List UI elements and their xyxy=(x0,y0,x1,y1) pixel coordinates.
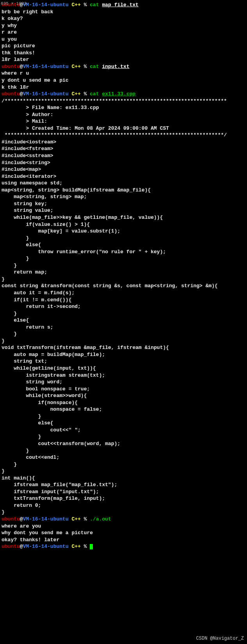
output-line: istringstream stream(txt); xyxy=(2,372,245,379)
output-line: map[key] = value.substr(1); xyxy=(2,228,245,235)
output-line: const string &transform(const string &s,… xyxy=(2,283,245,290)
output-line: } xyxy=(2,310,245,317)
output-line: nonspace = false; xyxy=(2,406,245,413)
watermark: CSDN @Navigator_Z xyxy=(196,635,244,642)
cursor xyxy=(90,544,93,549)
command-arg: input.txt xyxy=(102,64,130,70)
output-line: bool nonspace = true; xyxy=(2,386,245,393)
prompt-line[interactable]: ubuntu@VM-16-14-ubuntu C++ % cat map_fil… xyxy=(2,2,245,9)
prompt-path: C++ xyxy=(71,64,80,70)
output-line: > Author: xyxy=(2,111,245,118)
output-line: thk thanks! xyxy=(2,50,245,57)
output-line: map<string, string> map; xyxy=(2,193,245,200)
prompt-host: VM-16-14-ubuntu xyxy=(23,516,69,522)
prompt-at: @ xyxy=(20,544,23,549)
output-line: txtTransform(map_file, input); xyxy=(2,495,245,502)
prompt-line[interactable]: ubuntu@VM-16-14-ubuntu C++ % xyxy=(2,543,245,550)
output-line: if(it != m.cend()){ xyxy=(2,297,245,304)
prompt-user: ubuntu xyxy=(2,544,20,549)
output-line: int main(){ xyxy=(2,475,245,482)
output-line: } xyxy=(2,338,245,345)
output-line: > Created Time: Mon 08 Apr 2024 09:00:00… xyxy=(2,125,245,132)
command: cat xyxy=(90,2,99,8)
prompt-host: VM-16-14-ubuntu xyxy=(23,64,69,70)
prompt-host: VM-16-14-ubuntu xyxy=(23,544,69,549)
prompt-user: ubuntu xyxy=(2,64,20,70)
output-line: auto map = buildMap(map_file); xyxy=(2,351,245,358)
output-line: else{ xyxy=(2,420,245,427)
prompt-line[interactable]: ubuntu@VM-16-14-ubuntu C++ % cat ex11.33… xyxy=(2,91,245,98)
output-line: } xyxy=(2,468,245,475)
output-line: map<string, string> buildMap(ifstream &m… xyxy=(2,187,245,194)
command: ./a.out xyxy=(90,516,111,522)
output-line: } xyxy=(2,262,245,269)
output-line: #include<iterator> xyxy=(2,173,245,180)
output-line: auto it = m.find(s); xyxy=(2,290,245,297)
output-line: k thk l8r xyxy=(2,84,245,91)
prompt-at: @ xyxy=(20,64,23,70)
output-line: ****************************************… xyxy=(2,132,245,139)
output-line: return 0; xyxy=(2,502,245,509)
output-line: } xyxy=(2,331,245,338)
output-line: brb be right back xyxy=(2,9,245,16)
output-line: } xyxy=(2,461,245,468)
output-line: if(value.size() > 1){ xyxy=(2,221,245,228)
prompt-user: ubuntu xyxy=(2,516,20,522)
output-line: #include<string> xyxy=(2,159,245,166)
output-line: string word; xyxy=(2,379,245,386)
output-line: pic picture xyxy=(2,43,245,50)
output-line: > Mail: xyxy=(2,118,245,125)
image-dimensions-label: 635 × 1023 xyxy=(1,1,27,7)
output-line: ifstream input("input.txt"); xyxy=(2,488,245,496)
output-line: cout<<transform(word, map); xyxy=(2,440,245,447)
prompt-line[interactable]: ubuntu@VM-16-14-ubuntu C++ % ./a.out xyxy=(2,516,245,523)
output-line: } xyxy=(2,235,245,242)
output-line: ifstream map_file("map_file.txt"); xyxy=(2,481,245,488)
output-line: else{ xyxy=(2,242,245,249)
output-line: while(getline(input, txt)){ xyxy=(2,365,245,372)
output-line: return s; xyxy=(2,324,245,331)
output-line: #include<sstream> xyxy=(2,152,245,159)
output-line: okay? thanks! later xyxy=(2,537,245,544)
output-line: /***************************************… xyxy=(2,98,245,105)
output-line: where are you xyxy=(2,523,245,530)
output-line: else{ xyxy=(2,317,245,324)
prompt-user: ubuntu xyxy=(2,91,20,97)
command-arg: map_file.txt xyxy=(102,2,139,8)
output-line: l8r later xyxy=(2,56,245,63)
command: cat xyxy=(90,91,99,97)
output-line: if(nonspace){ xyxy=(2,399,245,406)
prompt-host: VM-16-14-ubuntu xyxy=(23,2,69,8)
output-line: string value; xyxy=(2,207,245,214)
prompt-path: C++ xyxy=(71,2,80,8)
output-line: cout<<" "; xyxy=(2,427,245,434)
output-line: k okay? xyxy=(2,15,245,22)
output-line: } xyxy=(2,413,245,420)
prompt-host: VM-16-14-ubuntu xyxy=(23,91,69,97)
output-line: while(stream>>word){ xyxy=(2,392,245,399)
output-line: where r u xyxy=(2,70,245,77)
output-line: } xyxy=(2,433,245,440)
output-line: u you xyxy=(2,36,245,43)
output-line: cout<<endl; xyxy=(2,454,245,461)
prompt-path: C++ xyxy=(71,544,80,549)
output-line: y why xyxy=(2,22,245,29)
output-line: } xyxy=(2,447,245,454)
output-line: why dont you send me a picture xyxy=(2,530,245,537)
prompt-path: C++ xyxy=(71,91,80,97)
prompt-at: @ xyxy=(20,516,23,522)
output-line: using namespace std; xyxy=(2,180,245,187)
output-line: } xyxy=(2,276,245,283)
output-line: string key; xyxy=(2,200,245,208)
output-line: #include<map> xyxy=(2,166,245,173)
output-line: #include<fstream> xyxy=(2,145,245,152)
output-line: void txtTransform(ifstream &map_file, if… xyxy=(2,344,245,351)
output-line: r are xyxy=(2,29,245,36)
command: cat xyxy=(90,64,99,70)
output-line: } xyxy=(2,509,245,516)
output-line: string txt; xyxy=(2,358,245,365)
prompt-line[interactable]: ubuntu@VM-16-14-ubuntu C++ % cat input.t… xyxy=(2,63,245,70)
prompt-at: @ xyxy=(20,91,23,97)
output-line: return map; xyxy=(2,269,245,276)
output-line: throw runtime_error("no rule for " + key… xyxy=(2,249,245,256)
